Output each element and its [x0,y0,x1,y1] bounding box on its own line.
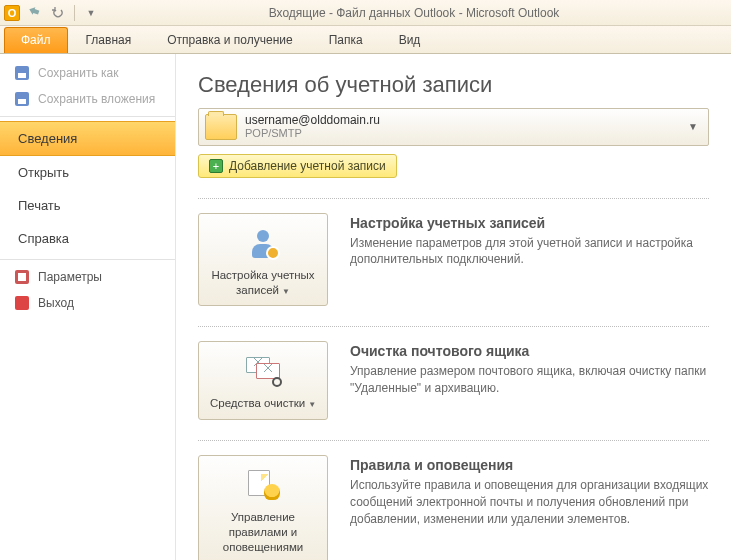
nav-print[interactable]: Печать [0,189,175,222]
account-settings-button[interactable]: Настройка учетных записей▼ [198,213,328,307]
save-attachments-button: Сохранить вложения [0,86,175,112]
outlook-icon: O [4,5,20,21]
account-selector[interactable]: username@olddomain.ru POP/SMTP ▼ [198,108,709,146]
tab-send-receive[interactable]: Отправка и получение [149,27,310,53]
account-email: username@olddomain.ru [245,113,684,127]
chevron-down-icon: ▼ [308,400,316,409]
tab-folder[interactable]: Папка [311,27,381,53]
ribbon-tabs: Файл Главная Отправка и получение Папка … [0,26,731,54]
quick-access-toolbar: O ▼ [4,3,101,23]
undo-icon [52,7,64,19]
options-icon [14,269,30,285]
divider [198,440,709,441]
save-as-button: Сохранить как [0,60,175,86]
account-settings-icon [205,224,321,262]
account-settings-button-label: Настройка учетных записей [211,269,314,296]
exit-button[interactable]: Выход [0,290,175,316]
separator [74,5,75,21]
chevron-down-icon: ▼ [684,121,702,132]
title-bar: O ▼ Входящие - Файл данных Outlook - Mic… [0,0,731,26]
send-receive-icon [27,6,41,20]
tab-home[interactable]: Главная [68,27,150,53]
separator [0,116,175,117]
account-settings-text: Настройка учетных записей Изменение пара… [350,213,709,307]
nav-info[interactable]: Сведения [0,121,175,156]
save-attachments-label: Сохранить вложения [38,92,155,106]
cleanup-icon [205,352,321,390]
tab-view[interactable]: Вид [381,27,439,53]
cleanup-heading: Очистка почтового ящика [350,343,709,359]
add-account-button[interactable]: + Добавление учетной записи [198,154,397,178]
backstage-content: Сведения об учетной записи username@oldd… [175,54,731,560]
window-title: Входящие - Файл данных Outlook - Microso… [101,6,727,20]
plus-icon: + [209,159,223,173]
cleanup-button-label: Средства очистки [210,397,305,409]
divider [198,326,709,327]
separator [0,259,175,260]
rules-alerts-button[interactable]: Управление правилами и оповещениями [198,455,328,560]
rules-section: Управление правилами и оповещениями Прав… [198,455,709,560]
options-label: Параметры [38,270,102,284]
backstage: Сохранить как Сохранить вложения Сведени… [0,54,731,560]
cleanup-section: Средства очистки▼ Очистка почтового ящик… [198,341,709,420]
options-button[interactable]: Параметры [0,264,175,290]
divider [198,198,709,199]
file-tab[interactable]: Файл [4,27,68,53]
nav-help[interactable]: Справка [0,222,175,255]
add-account-label: Добавление учетной записи [229,159,386,173]
backstage-nav: Сохранить как Сохранить вложения Сведени… [0,54,175,560]
account-settings-section: Настройка учетных записей▼ Настройка уче… [198,213,709,307]
qat-undo-button[interactable] [48,3,68,23]
account-folder-icon [205,114,237,140]
cleanup-desc: Управление размером почтового ящика, вкл… [350,363,709,397]
page-title: Сведения об учетной записи [198,72,709,98]
rules-icon [205,466,321,504]
nav-open[interactable]: Открыть [0,156,175,189]
save-icon [14,65,30,81]
rules-button-label: Управление правилами и оповещениями [223,511,303,553]
account-protocol: POP/SMTP [245,127,684,140]
rules-text: Правила и оповещения Используйте правила… [350,455,709,560]
cleanup-tools-button[interactable]: Средства очистки▼ [198,341,328,420]
chevron-down-icon: ▼ [282,287,290,296]
save-icon [14,91,30,107]
account-text: username@olddomain.ru POP/SMTP [245,113,684,141]
rules-desc: Используйте правила и оповещения для орг… [350,477,709,527]
rules-heading: Правила и оповещения [350,457,709,473]
cleanup-text: Очистка почтового ящика Управление разме… [350,341,709,420]
exit-icon [14,295,30,311]
save-as-label: Сохранить как [38,66,118,80]
qat-customize-button[interactable]: ▼ [81,3,101,23]
exit-label: Выход [38,296,74,310]
account-settings-heading: Настройка учетных записей [350,215,709,231]
qat-send-receive-button[interactable] [24,3,44,23]
account-settings-desc: Изменение параметров для этой учетной за… [350,235,709,269]
